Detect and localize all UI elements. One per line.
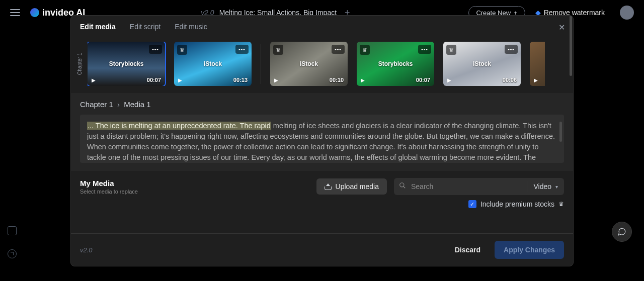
thumb-duration: 00:07	[416, 77, 430, 83]
my-media-title: My Media	[80, 179, 309, 188]
media-thumb[interactable]: ••• Storyblocks ▶ 00:07	[88, 42, 165, 86]
tab-edit-media[interactable]: Edit media	[80, 23, 116, 31]
include-premium-checkbox[interactable]: ✓	[468, 200, 476, 208]
search-box: Video ▾	[394, 178, 564, 195]
crumb-media[interactable]: Media 1	[124, 100, 150, 109]
media-thumb[interactable]: ▶	[530, 42, 545, 86]
left-rail	[0, 25, 24, 281]
history-icon[interactable]	[8, 249, 17, 258]
thumb-duration: 00:10	[330, 77, 344, 83]
discard-button[interactable]: Discard	[448, 242, 488, 258]
script-highlight: ... The ice is melting at an unprecedent…	[87, 122, 271, 130]
media-thumb[interactable]: ♛ ••• Storyblocks ▶ 00:07	[357, 42, 434, 86]
thumb-duration: 00:13	[233, 77, 248, 83]
thumb-duration: 00:07	[147, 77, 161, 83]
scrollbar-thumb[interactable]	[559, 122, 562, 142]
my-media-subtitle: Select media to replace	[80, 189, 309, 195]
chevron-down-icon: ▾	[555, 184, 558, 190]
play-icon[interactable]: ▶	[178, 77, 182, 83]
crumb-chapter[interactable]: Chapter 1	[80, 100, 113, 109]
search-input[interactable]	[411, 182, 527, 191]
thumb-duration: 00:06	[503, 77, 517, 83]
media-thumb[interactable]: ♛ ••• iStock ▶ 00:10	[270, 42, 348, 86]
upload-media-button[interactable]: Upload media	[316, 178, 387, 195]
include-premium-row: ✓ Include premium stocks ♛	[80, 200, 564, 208]
lower-panel: My Media Select media to replace Upload …	[71, 171, 573, 215]
svg-point-0	[400, 183, 404, 187]
modal-tabs: Edit media Edit script Edit music ✕	[71, 16, 573, 38]
chat-icon[interactable]	[612, 222, 632, 242]
chevron-right-icon: ›	[117, 100, 120, 109]
media-thumb[interactable]: ♛ ••• iStock ▶ 00:06	[443, 42, 521, 86]
footer-version: v2.0	[80, 246, 441, 254]
media-type-select[interactable]: Video ▾	[527, 182, 564, 191]
type-select-label: Video	[533, 182, 551, 191]
crown-icon: ♛	[558, 201, 564, 208]
menu-icon[interactable]	[10, 9, 20, 16]
logo-icon	[30, 8, 39, 17]
thumb-divider	[261, 44, 261, 84]
upload-label: Upload media	[336, 182, 379, 191]
script-text[interactable]: ... The ice is melting at an unprecedent…	[80, 115, 564, 163]
play-icon[interactable]: ▶	[274, 77, 278, 83]
include-premium-label: Include premium stocks	[480, 200, 554, 208]
play-icon[interactable]: ▶	[447, 77, 451, 83]
edit-media-modal: Edit media Edit script Edit music ✕ Chap…	[70, 15, 574, 266]
svg-line-1	[404, 186, 406, 189]
modal-footer: v2.0 Discard Apply Changes	[71, 233, 573, 266]
avatar[interactable]	[620, 6, 634, 20]
thumbnail-strip: ••• Storyblocks ▶ 00:07 ♛ ••• iStock ▶ 0…	[88, 42, 545, 86]
script-panel: Chapter 1 › Media 1 ... The ice is melti…	[71, 93, 573, 171]
search-icon	[394, 182, 411, 191]
close-icon[interactable]: ✕	[558, 23, 565, 32]
chapter-row: Chapter 1 ••• Storyblocks ▶ 00:07 ♛ ••• …	[71, 38, 573, 93]
media-thumb[interactable]: ♛ ••• iStock ▶ 00:13	[174, 42, 252, 86]
tab-edit-script[interactable]: Edit script	[130, 23, 160, 31]
tab-edit-music[interactable]: Edit music	[175, 23, 207, 31]
play-icon[interactable]: ▶	[534, 77, 538, 83]
scrollbar-thumb[interactable]	[570, 16, 572, 76]
apply-changes-button[interactable]: Apply Changes	[495, 241, 564, 259]
play-icon[interactable]: ▶	[92, 77, 96, 83]
upload-icon	[325, 183, 332, 190]
my-media-heading: My Media Select media to replace	[80, 179, 309, 195]
chapter-label: Chapter 1	[77, 51, 83, 77]
breadcrumb: Chapter 1 › Media 1	[80, 100, 564, 109]
grid-icon[interactable]	[8, 226, 17, 235]
play-icon[interactable]: ▶	[361, 77, 365, 83]
